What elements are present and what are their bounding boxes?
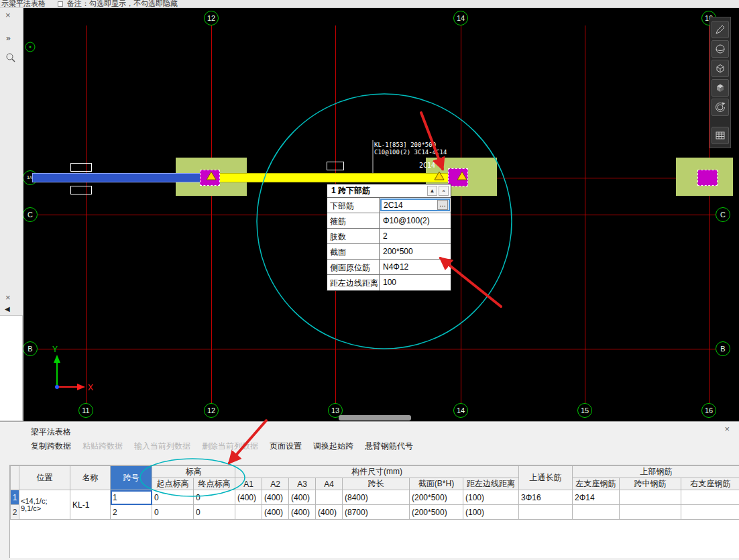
column-header-a3[interactable]: A3	[289, 478, 316, 490]
cell-left-distance[interactable]: (100)	[463, 505, 519, 520]
position-line2: 9,1/c>	[21, 505, 68, 512]
column-header-through-rebar[interactable]: 上通长筋	[519, 466, 573, 490]
cell-end-elev[interactable]: 0	[194, 505, 235, 520]
delete-column-button[interactable]: 删除当前列数据	[202, 441, 258, 452]
ucs-x-arrowhead	[77, 384, 85, 390]
cell-start-elev[interactable]: 0	[152, 505, 194, 520]
legs-value[interactable]: 2	[380, 229, 451, 243]
origin-marker	[25, 42, 35, 52]
column-element[interactable]	[697, 170, 718, 186]
column-header-section[interactable]: 截面(B*H)	[410, 478, 463, 490]
bottom-rebar-value: 2C14	[384, 201, 403, 210]
dock-left-icon[interactable]: ◀	[5, 305, 10, 313]
close-icon[interactable]: ×	[439, 186, 449, 196]
swap-start-span-button[interactable]: 调换起始跨	[313, 441, 353, 452]
ellipsis-button[interactable]: …	[437, 200, 448, 210]
drawing-canvas[interactable]: 12 14 16 11 12 13 14 15 16 1/c C B 1 C B…	[23, 8, 739, 421]
row-number[interactable]: 1	[11, 490, 19, 505]
cell-section[interactable]: (200*500)	[410, 505, 463, 520]
cell-left-support[interactable]: 2Φ14	[573, 490, 620, 505]
column-element[interactable]	[200, 170, 220, 186]
expand-panel-icon[interactable]: »	[6, 34, 11, 43]
input-column-button[interactable]: 输入当前列数据	[134, 441, 190, 452]
collapse-icon[interactable]: ▲	[427, 186, 437, 196]
cell-position[interactable]: <14,1/c; 9,1/c>	[19, 490, 70, 520]
cell-span-number[interactable]: 2	[111, 505, 152, 520]
beam-table-toolbar: 复制跨数据 粘贴跨数据 输入当前列数据 删除当前列数据 页面设置 调换起始跨 悬…	[31, 441, 413, 452]
column-header-name[interactable]: 名称	[70, 466, 111, 490]
cantilever-code-button[interactable]: 悬臂钢筋代号	[365, 441, 413, 452]
cell-left-support[interactable]	[573, 505, 620, 520]
group-header-top-rebar[interactable]: 上部钢筋	[573, 466, 739, 478]
cell-span-length[interactable]: (8400)	[343, 490, 410, 505]
paint-tool-button[interactable]	[712, 21, 729, 38]
cell-name[interactable]: KL-1	[70, 490, 111, 520]
column-header-mid-span[interactable]: 跨中钢筋	[620, 478, 681, 490]
cell-a2[interactable]: (400)	[262, 490, 289, 505]
column-header-end-elev[interactable]: 终点标高	[194, 478, 235, 490]
close-icon[interactable]: ×	[724, 424, 730, 434]
cell-right-support[interactable]	[681, 505, 739, 520]
note-checkbox[interactable]	[58, 1, 63, 7]
cell-a3[interactable]: (400)	[289, 505, 316, 520]
material-sphere-button[interactable]	[712, 40, 729, 58]
cell-end-elev[interactable]: 0	[194, 490, 235, 505]
field-label: 下部筋	[327, 198, 380, 213]
left-distance-value[interactable]: 100	[380, 275, 451, 290]
column-header-right-support[interactable]: 右支座钢筋	[681, 478, 739, 490]
paste-span-button[interactable]: 粘贴跨数据	[82, 441, 123, 452]
cell-a1[interactable]	[235, 505, 262, 520]
popup-row: 截面 200*500	[327, 244, 451, 260]
cell-a4[interactable]: (400)	[316, 505, 343, 520]
cell-right-support[interactable]	[681, 490, 739, 505]
cell-a3[interactable]: (400)	[289, 490, 316, 505]
group-header-size[interactable]: 构件尺寸(mm)	[235, 466, 519, 478]
column-header-a2[interactable]: A2	[262, 478, 289, 490]
view-cube-solid-button[interactable]	[712, 79, 729, 97]
cell-span-length[interactable]: (8700)	[343, 505, 410, 520]
column-header-span[interactable]: 跨号	[111, 466, 152, 490]
view-cube-wire-button[interactable]	[712, 60, 729, 77]
column-header-a1[interactable]: A1	[235, 478, 262, 490]
page-setup-button[interactable]: 页面设置	[270, 441, 302, 452]
column-header-position[interactable]: 位置	[19, 466, 70, 490]
search-icon[interactable]	[5, 52, 16, 63]
column-header-a4[interactable]: A4	[316, 478, 343, 490]
beam-segment-selected[interactable]	[211, 173, 467, 182]
beam-bottom-rebar-label: 2C14	[419, 162, 435, 169]
cell-through-rebar[interactable]: 3Φ16	[519, 490, 573, 505]
cell-through-rebar[interactable]	[519, 505, 573, 520]
cell-a2[interactable]: (400)	[262, 505, 289, 520]
column-header-span-length[interactable]: 跨长	[343, 478, 410, 490]
cell-a1[interactable]: (400)	[235, 490, 262, 505]
ucs-y-arrowhead	[54, 355, 60, 363]
section-value[interactable]: 200*500	[380, 244, 451, 259]
cell-mid-span[interactable]	[620, 505, 681, 520]
cell-mid-span[interactable]	[620, 490, 681, 505]
orbit-view-button[interactable]	[712, 99, 729, 116]
column-header-left-distance[interactable]: 距左边线距离	[463, 478, 519, 490]
row-number[interactable]: 2	[11, 505, 19, 520]
group-header-elevation[interactable]: 标高	[152, 466, 235, 478]
close-icon[interactable]: ×	[5, 293, 11, 302]
cell-span-number[interactable]: 1	[111, 490, 152, 505]
beam-segment-blue[interactable]	[32, 173, 211, 182]
side-rebar-value[interactable]: N4Φ12	[380, 260, 451, 274]
field-label: 截面	[327, 244, 380, 259]
cell-start-elev[interactable]: 0	[152, 490, 194, 505]
cell-section[interactable]: (200*500)	[410, 490, 463, 505]
beam-table[interactable]: 位置 名称 跨号 标高 构件尺寸(mm) 上通长筋 上部钢筋 起点标高 终点标高…	[10, 465, 739, 520]
table-view-button[interactable]	[712, 127, 729, 144]
cell-a4[interactable]	[316, 490, 343, 505]
material-sphere-icon	[714, 43, 726, 55]
cell-left-distance[interactable]: (100)	[463, 490, 519, 505]
stirrup-value[interactable]: Φ10@100(2)	[380, 213, 451, 228]
column-header-start-elev[interactable]: 起点标高	[152, 478, 194, 490]
axis-bubble: 14	[453, 403, 468, 418]
close-icon[interactable]: ×	[5, 11, 11, 19]
column-header-left-support[interactable]: 左支座钢筋	[573, 478, 620, 490]
copy-span-button[interactable]: 复制跨数据	[31, 441, 71, 452]
bottom-rebar-input[interactable]: 2C14 …	[380, 199, 450, 211]
canvas-horizontal-scrollbar[interactable]	[339, 415, 411, 421]
popup-row: 肢数 2	[327, 229, 451, 244]
